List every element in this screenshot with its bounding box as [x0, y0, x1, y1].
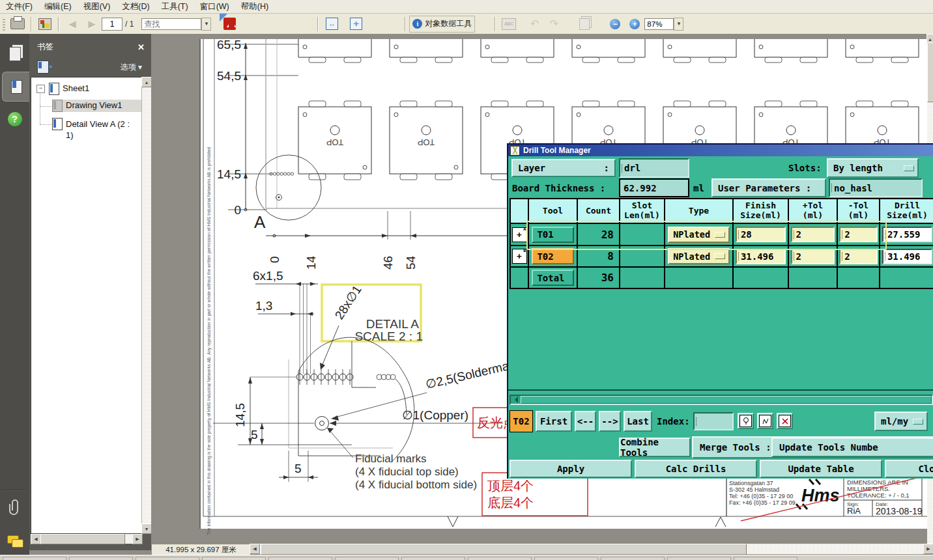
- menu-edit[interactable]: 编辑(E): [38, 1, 78, 12]
- zoom-level-select[interactable]: 87%: [644, 18, 674, 30]
- dim-0: 0: [234, 203, 241, 217]
- menu-view[interactable]: 视图(V): [78, 1, 117, 12]
- bookmarks-horizontal-scrollbar[interactable]: ◀ ▶: [31, 534, 142, 544]
- bookmark-label[interactable]: Sheet1: [63, 83, 89, 93]
- search-input[interactable]: [141, 18, 201, 30]
- convert-to-pdf-button[interactable]: [220, 15, 238, 33]
- bookmark-label[interactable]: Detail View A (2 : 1): [66, 119, 139, 141]
- menu-tools[interactable]: 工具(T): [156, 1, 194, 12]
- bookmark-options-button[interactable]: 选项 ▾: [121, 62, 142, 73]
- finish-size-t01-input[interactable]: 28: [736, 227, 786, 242]
- page-number-input[interactable]: [102, 18, 122, 31]
- slot-len-t01: [620, 224, 665, 246]
- scroll-down-icon[interactable]: ▼: [141, 524, 152, 534]
- previous-tool-button[interactable]: <--: [575, 411, 596, 432]
- undo-button[interactable]: ↶: [525, 15, 543, 33]
- table-scrollbar[interactable]: [510, 395, 933, 405]
- dialog-title-bar[interactable]: ╳ Drill Tool Manager: [508, 145, 933, 156]
- bookmarks-vertical-scrollbar[interactable]: ▲ ▼: [141, 77, 151, 533]
- fit-page-button[interactable]: ✛: [347, 15, 365, 33]
- user-parameters-button[interactable]: User Parameters :: [711, 178, 826, 197]
- zoom-dropdown-arrow[interactable]: ▼: [674, 18, 683, 31]
- minus-tol-t01-input[interactable]: 2: [839, 227, 878, 242]
- close-button[interactable]: Close: [885, 460, 933, 478]
- menu-help[interactable]: 帮助(H): [235, 1, 274, 12]
- first-button[interactable]: First: [536, 411, 572, 432]
- scrollbar-thumb[interactable]: [521, 396, 932, 404]
- highlight-tool-button[interactable]: [738, 413, 754, 429]
- type-option-t02[interactable]: NPlated: [668, 248, 730, 264]
- drill-size-t01-input[interactable]: 27.559: [882, 227, 932, 242]
- print-button[interactable]: [8, 15, 27, 33]
- scroll-left-icon[interactable]: [511, 397, 518, 403]
- bookmark-detail-view-a[interactable]: Detail View A (2 : 1): [52, 118, 139, 141]
- tool-t02-button[interactable]: T02: [532, 248, 573, 264]
- tool-t01-button[interactable]: T01: [532, 227, 573, 243]
- export-button[interactable]: [36, 15, 54, 33]
- next-page-button[interactable]: ▶: [83, 15, 101, 33]
- spellcheck-button[interactable]: ABC: [500, 15, 518, 33]
- redo-button[interactable]: ↷: [545, 15, 563, 33]
- zoom-out-button[interactable]: −: [606, 15, 624, 33]
- current-tool-badge: T02: [510, 410, 533, 432]
- scroll-left-icon[interactable]: ◀: [31, 534, 41, 544]
- fit-width-button[interactable]: ↔: [323, 15, 341, 33]
- menu-document[interactable]: 文档(D): [116, 1, 155, 12]
- scroll-right-icon[interactable]: ▶: [132, 534, 143, 544]
- delete-tool-button[interactable]: [777, 413, 793, 429]
- expand-current-bookmark-icon[interactable]: [37, 61, 49, 74]
- help-button[interactable]: ?: [3, 107, 26, 132]
- bookmark-drawing-view1[interactable]: Drawing View1: [52, 100, 142, 112]
- menu-window[interactable]: 窗口(W): [194, 1, 235, 12]
- bookmark-sheet1[interactable]: − Sheet1: [36, 83, 89, 95]
- layer-button[interactable]: Layer:: [511, 159, 616, 177]
- total-button[interactable]: Total: [532, 270, 573, 286]
- scroll-left-icon[interactable]: ◀: [250, 544, 260, 554]
- calc-drills-button[interactable]: Calc Drills: [635, 460, 757, 478]
- type-option-t01[interactable]: NPlated: [668, 227, 730, 243]
- update-table-button[interactable]: Update Table: [760, 460, 882, 478]
- zoom-in-button[interactable]: +: [625, 15, 644, 33]
- scrollbar-thumb[interactable]: [927, 42, 933, 102]
- close-icon[interactable]: ✕: [137, 42, 145, 52]
- plus-tol-t01-input[interactable]: 2: [791, 227, 835, 242]
- menu-file[interactable]: 文件(F): [0, 1, 38, 12]
- scroll-up-icon[interactable]: ▲: [141, 77, 152, 87]
- apply-button[interactable]: Apply: [510, 460, 632, 478]
- previous-page-button[interactable]: ◀: [63, 15, 81, 33]
- board-thickness-input[interactable]: 62.992: [619, 178, 689, 197]
- bookmark-label[interactable]: Drawing View1: [66, 100, 122, 110]
- pages-panel-button[interactable]: [3, 42, 26, 66]
- last-button[interactable]: Last: [624, 411, 652, 432]
- slots-option-menu[interactable]: By length: [827, 158, 919, 178]
- slot-view-button[interactable]: [757, 413, 773, 429]
- header-count: Count: [578, 199, 620, 224]
- date-value: 2013-08-19: [876, 506, 923, 516]
- search-dropdown-arrow[interactable]: ▼: [201, 18, 211, 31]
- drill-symbol-button[interactable]: +B: [512, 249, 527, 264]
- minus-tol-t02-input[interactable]: 2: [839, 249, 878, 264]
- drill-size-t02-input[interactable]: 31.496: [882, 249, 932, 264]
- plus-tol-t02-input[interactable]: 2: [791, 249, 835, 264]
- attachments-panel-button[interactable]: [3, 495, 26, 520]
- user-parameters-input[interactable]: no_hasl: [829, 178, 923, 197]
- finish-size-t02-input[interactable]: 31.496: [736, 249, 786, 264]
- drill-symbol-button[interactable]: +A: [512, 227, 527, 242]
- scrollbar-thumb[interactable]: [40, 534, 125, 544]
- index-input[interactable]: [693, 412, 734, 430]
- document-horizontal-scrollbar[interactable]: ◀ ▶: [250, 544, 933, 554]
- layer-input[interactable]: drl: [619, 158, 689, 178]
- page-forward-icon: ▶: [88, 18, 96, 30]
- copy-button[interactable]: [575, 15, 594, 33]
- units-option-menu[interactable]: ml/my: [874, 412, 928, 431]
- object-data-tool-button[interactable]: i 对象数据工具: [409, 16, 475, 33]
- comments-panel-button[interactable]: [3, 529, 26, 553]
- collapse-icon[interactable]: −: [36, 85, 45, 93]
- scrollbar-thumb[interactable]: [261, 544, 747, 555]
- combine-tools-button[interactable]: Combine Tools: [619, 438, 691, 457]
- scroll-right-icon[interactable]: ▶: [923, 544, 933, 554]
- bookmarks-panel-button[interactable]: [2, 72, 30, 102]
- copyright-side-note: The information contained in this drawin…: [207, 147, 212, 535]
- next-tool-button[interactable]: -->: [599, 411, 621, 432]
- update-tools-numbers-button[interactable]: Update Tools Numbe: [771, 438, 933, 457]
